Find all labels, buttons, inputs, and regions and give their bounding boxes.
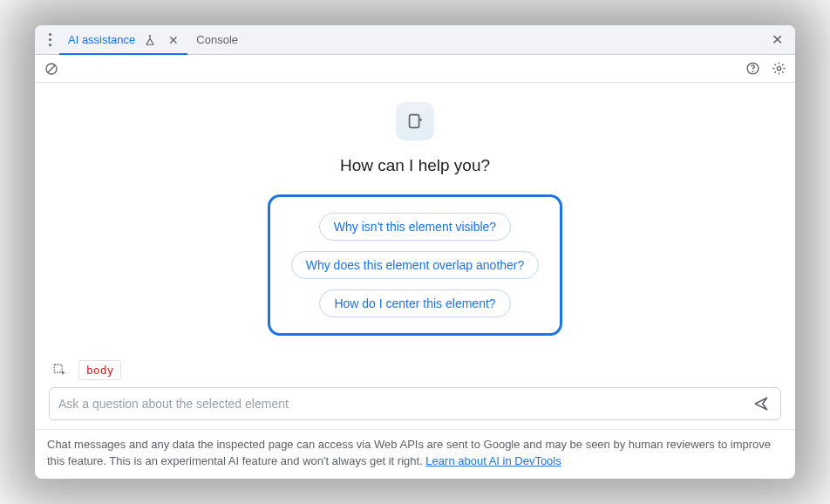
- selected-element-chip[interactable]: body: [78, 360, 121, 380]
- toolbar: [35, 55, 795, 83]
- close-panel-icon[interactable]: ✕: [767, 31, 786, 50]
- svg-line-1: [48, 65, 55, 72]
- svg-point-4: [777, 67, 780, 71]
- tab-label: Console: [196, 33, 238, 46]
- disclaimer-footer: Chat messages and any data the inspected…: [35, 429, 795, 479]
- svg-point-3: [752, 72, 753, 72]
- learn-more-link[interactable]: Learn about AI in DevTools: [425, 454, 561, 467]
- page-title: How can I help you?: [340, 156, 490, 175]
- help-icon[interactable]: [743, 59, 762, 78]
- disclaimer-text: Chat messages and any data the inspected…: [47, 438, 771, 467]
- more-menu-button[interactable]: [40, 33, 59, 46]
- suggestions-container: Why isn't this element visible? Why does…: [268, 194, 563, 336]
- ai-sparkle-icon: [396, 102, 434, 140]
- main-content: How can I help you? Why isn't this eleme…: [35, 83, 795, 429]
- settings-gear-icon[interactable]: [769, 59, 788, 78]
- close-tab-icon[interactable]: ✕: [168, 33, 179, 47]
- context-row: body: [49, 360, 781, 380]
- prompt-input-row: [49, 387, 781, 420]
- suggestion-pill[interactable]: How do I center this element?: [319, 289, 510, 317]
- clear-icon[interactable]: [42, 59, 61, 78]
- flask-icon: [140, 31, 160, 50]
- suggestion-pill[interactable]: Why isn't this element visible?: [319, 213, 511, 241]
- send-icon[interactable]: [751, 393, 772, 414]
- suggestion-pill[interactable]: Why does this element overlap another?: [291, 251, 540, 279]
- prompt-input[interactable]: [58, 397, 751, 411]
- tab-label: AI assistance: [68, 33, 135, 46]
- devtools-panel: AI assistance ✕ Console ✕: [35, 25, 795, 479]
- select-element-icon[interactable]: [51, 361, 70, 380]
- svg-rect-6: [54, 364, 62, 372]
- tab-bar: AI assistance ✕ Console ✕: [35, 25, 795, 55]
- tab-console[interactable]: Console: [187, 25, 247, 54]
- svg-rect-5: [410, 115, 419, 128]
- tab-ai-assistance[interactable]: AI assistance ✕: [59, 25, 187, 54]
